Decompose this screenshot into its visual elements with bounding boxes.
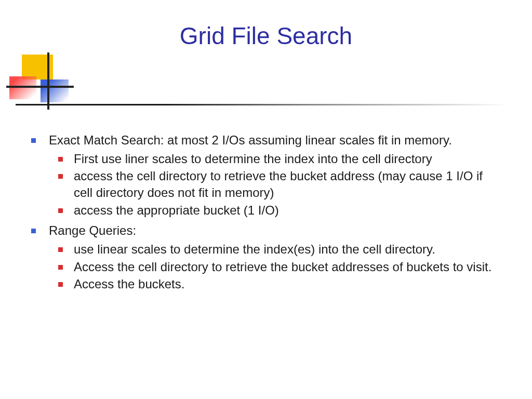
list-item: access the cell directory to retrieve th…: [54, 168, 504, 201]
list-item: First use liner scales to determine the …: [54, 151, 504, 167]
bullet-text: use linear scales to determine the index…: [74, 242, 435, 256]
bullet-text: Range Queries:: [49, 223, 136, 237]
slide-body: Exact Match Search: at most 2 I/Os assum…: [31, 132, 504, 297]
sub-bullet-list: First use liner scales to determine the …: [49, 151, 504, 219]
slide-title: Grid File Search: [0, 22, 532, 50]
list-item: access the appropriate bucket (1 I/O): [54, 202, 504, 219]
corner-decoration: [9, 55, 113, 112]
bullet-text: First use liner scales to determine the …: [74, 152, 432, 166]
list-item: Range Queries: use linear scales to dete…: [31, 222, 504, 292]
list-item: Access the cell directory to retrieve th…: [54, 259, 504, 275]
bullet-list: Exact Match Search: at most 2 I/Os assum…: [31, 132, 504, 292]
bullet-text: access the cell directory to retrieve th…: [74, 169, 483, 200]
divider-rule: [16, 104, 509, 105]
bullet-text: Access the cell directory to retrieve th…: [74, 260, 491, 274]
vertical-line-icon: [47, 52, 49, 110]
list-item: Access the buckets.: [54, 276, 504, 292]
bullet-text: access the appropriate bucket (1 I/O): [74, 203, 279, 217]
horizontal-line-icon: [6, 86, 74, 88]
bullet-text: Access the buckets.: [74, 277, 184, 291]
sub-bullet-list: use linear scales to determine the index…: [49, 241, 504, 292]
bullet-text: Exact Match Search: at most 2 I/Os assum…: [49, 133, 452, 147]
red-square-icon: [9, 76, 36, 99]
list-item: Exact Match Search: at most 2 I/Os assum…: [31, 132, 504, 218]
list-item: use linear scales to determine the index…: [54, 241, 504, 258]
blue-square-icon: [41, 79, 69, 102]
